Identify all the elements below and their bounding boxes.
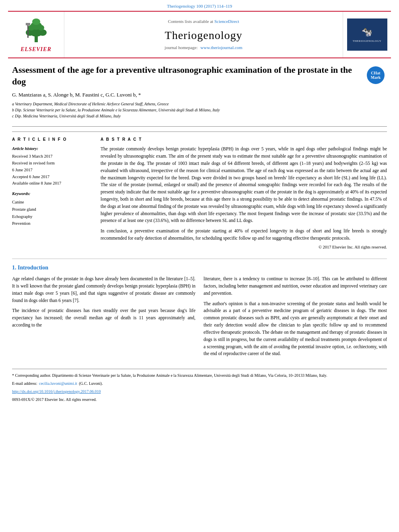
article-info-heading: A R T I C L E I N F O <box>12 137 93 142</box>
journal-title: Theriogenology <box>165 27 243 43</box>
keyword-4: Prevention <box>12 220 93 227</box>
journal-link[interactable]: Theriogenology 100 (2017) 114–119 <box>167 4 232 8</box>
elsevier-tree-icon <box>20 16 52 44</box>
main-content: Assessment of the age for a preventive u… <box>12 58 387 403</box>
journal-logo-area: 🐄 THERIOGENOLOGY <box>343 12 391 58</box>
journal-center-header: Contents lists available at ScienceDirec… <box>64 12 343 58</box>
history-label: Article history: <box>12 146 93 152</box>
abstract-paragraph-1: The prostate commonly develops benign pr… <box>101 146 387 224</box>
email-link[interactable]: cecilia.luvoni@unimi.it <box>39 381 77 386</box>
body-left-col: Age related changes of the prostate in d… <box>12 275 195 361</box>
elsevier-brand-text: ELSEVIER <box>21 45 51 53</box>
intro-para-4: The author's opinion is that a non-invas… <box>204 300 387 358</box>
keyword-3: Echography <box>12 213 93 220</box>
accepted-date: Accepted 6 June 2017 <box>12 174 93 181</box>
affil-b: b Dip. Scienze Veterinarie per la Salute… <box>12 107 361 113</box>
journal-homepage-line: journal homepage: www.theriojournal.com <box>165 45 242 51</box>
authors-text: G. Mantziaras a, S. Alonge b, M. Faustin… <box>12 92 141 98</box>
intro-para-3: literature, there is a tendency to conti… <box>204 275 387 297</box>
section-title-text: Introduction <box>18 265 48 271</box>
article-title-text: Assessment of the age for a preventive u… <box>12 64 361 122</box>
authors-line: G. Mantziaras a, S. Alonge b, M. Faustin… <box>12 91 361 99</box>
journal-logo-box: 🐄 THERIOGENOLOGY <box>347 18 387 51</box>
sciencedirect-line: Contents lists available at ScienceDirec… <box>168 18 239 25</box>
section-title: 1. Introduction <box>12 264 387 272</box>
abstract-text: The prostate commonly develops benign pr… <box>101 146 387 242</box>
crossmark-icon: CHatMark <box>367 66 385 84</box>
received-date: Received 3 March 2017 <box>12 153 93 160</box>
crossmark-badge: CHatMark <box>367 66 387 84</box>
journal-logo-icon: 🐄 <box>362 26 372 39</box>
affiliations: a Veterinary Department, Medical Directo… <box>12 101 361 119</box>
email-line: E-mail address: cecilia.luvoni@unimi.it … <box>12 380 387 387</box>
email-name: (G.C. Luvoni). <box>79 381 103 386</box>
svg-point-5 <box>28 25 35 31</box>
svg-point-6 <box>38 25 44 31</box>
svg-rect-9 <box>26 23 30 25</box>
elsevier-logo-area: ELSEVIER <box>8 12 64 58</box>
keywords-section: Keywords: Canine Prostate gland Echograp… <box>12 191 93 227</box>
sciencedirect-link[interactable]: ScienceDirect <box>214 19 239 24</box>
available-date: Available online 8 June 2017 <box>12 180 93 187</box>
keywords-label: Keywords: <box>12 191 93 197</box>
issn-line: 0093-691X/© 2017 Elsevier Inc. All right… <box>12 396 387 403</box>
abstract-paragraph-2: In conclusion, a preventive examination … <box>101 228 387 242</box>
body-right-col: literature, there is a tendency to conti… <box>204 275 387 361</box>
footnotes: * Corresponding author. Dipartimento di … <box>12 369 387 403</box>
page: Theriogenology 100 (2017) 114–119 <box>0 0 399 403</box>
article-title: Assessment of the age for a preventive u… <box>12 64 361 87</box>
doi-link[interactable]: http://dx.doi.org/10.1016/j.theriogenolo… <box>12 389 101 394</box>
doi-line: http://dx.doi.org/10.1016/j.theriogenolo… <box>12 388 387 395</box>
intro-para-1: Age related changes of the prostate in d… <box>12 275 195 304</box>
journal-reference: Theriogenology 100 (2017) 114–119 <box>0 0 399 11</box>
article-info-col: A R T I C L E I N F O Article history: R… <box>12 137 93 250</box>
svg-point-7 <box>32 18 40 25</box>
keyword-2: Prostate gland <box>12 206 93 213</box>
homepage-label: journal homepage: <box>165 45 197 50</box>
journal-header: ELSEVIER Contents lists available at Sci… <box>8 11 391 58</box>
abstract-col: A B S T R A C T The prostate commonly de… <box>101 137 387 250</box>
article-title-section: Assessment of the age for a preventive u… <box>12 64 387 127</box>
affil-c: c Dip. Medicina Veterinaria, Università … <box>12 113 361 119</box>
journal-logo-text: THERIOGENOLOGY <box>353 39 382 43</box>
copyright-line: © 2017 Elsevier Inc. All rights reserved… <box>101 244 387 251</box>
homepage-url[interactable]: www.theriojournal.com <box>200 45 242 50</box>
crossmark-label: CHatMark <box>371 71 380 80</box>
article-info-abstract: A R T I C L E I N F O Article history: R… <box>12 131 387 250</box>
revised-date: 6 June 2017 <box>12 167 93 174</box>
contents-label: Contents lists available at <box>168 19 214 24</box>
corresponding-author: * Corresponding author. Dipartimento di … <box>12 372 387 379</box>
revised-label: Received in revised form <box>12 160 93 167</box>
intro-para-2: The incidence of prostatic diseases has … <box>12 307 195 329</box>
svg-rect-8 <box>27 24 29 38</box>
keyword-1: Canine <box>12 199 93 206</box>
email-label: E-mail address: <box>12 381 37 386</box>
section-number: 1. <box>12 265 16 271</box>
body-two-col: Age related changes of the prostate in d… <box>12 275 387 361</box>
article-history: Article history: Received 3 March 2017 R… <box>12 146 93 187</box>
svg-rect-0 <box>35 36 38 42</box>
affil-a: a Veterinary Department, Medical Directo… <box>12 101 361 107</box>
abstract-heading: A B S T R A C T <box>101 137 387 142</box>
elsevier-logo: ELSEVIER <box>20 16 52 53</box>
introduction-section: 1. Introduction Age related changes of t… <box>12 259 387 361</box>
